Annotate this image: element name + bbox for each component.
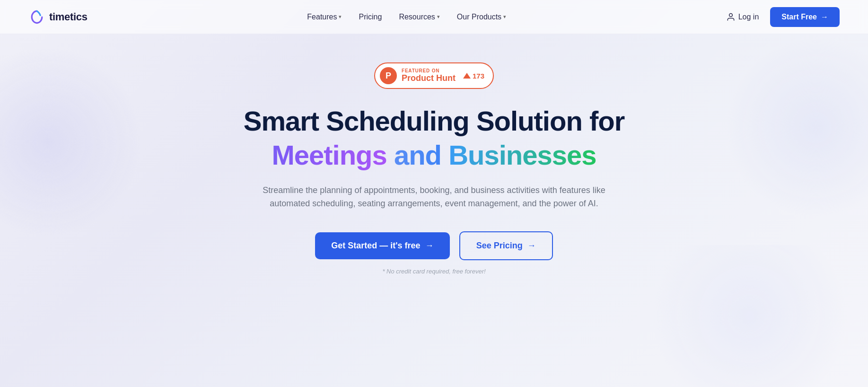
upvote-icon: [463, 73, 471, 79]
product-hunt-badge[interactable]: P FEATURED ON Product Hunt 173: [374, 62, 494, 89]
see-pricing-button[interactable]: See Pricing →: [459, 231, 553, 260]
nav-item-products[interactable]: Our Products ▾: [457, 13, 506, 21]
hero-and: and: [394, 140, 448, 170]
hero-title-line2: Meetings and Businesses: [272, 140, 596, 170]
logo-text: timetics: [49, 11, 88, 23]
chevron-down-icon: ▾: [437, 14, 440, 20]
start-free-button[interactable]: Start Free →: [770, 7, 840, 27]
chevron-down-icon: ▾: [503, 14, 506, 20]
arrow-right-icon: →: [821, 13, 828, 21]
product-hunt-logo: P: [380, 67, 397, 84]
hero-subtitle: Streamline the planning of appointments,…: [254, 184, 614, 211]
product-hunt-count: 173: [463, 72, 484, 80]
nav-item-resources[interactable]: Resources ▾: [399, 13, 439, 21]
login-link[interactable]: Log in: [726, 12, 759, 22]
hero-meetings: Meetings: [272, 140, 386, 170]
nav-link-products[interactable]: Our Products ▾: [457, 13, 506, 21]
nav-item-features[interactable]: Features ▾: [307, 13, 342, 21]
arrow-right-icon: →: [527, 241, 536, 251]
navbar: timetics Features ▾ Pricing Resources ▾ …: [0, 0, 868, 34]
no-credit-note: * No credit card required, free forever!: [382, 268, 485, 275]
logo-icon: [28, 9, 45, 26]
nav-links: Features ▾ Pricing Resources ▾ Our Produ…: [307, 13, 506, 21]
nav-right: Log in Start Free →: [726, 7, 840, 27]
svg-point-0: [729, 13, 732, 17]
hero-title-line1: Smart Scheduling Solution for: [244, 106, 625, 136]
user-icon: [726, 12, 736, 22]
nav-link-pricing[interactable]: Pricing: [359, 13, 382, 21]
nav-link-features[interactable]: Features ▾: [307, 13, 342, 21]
hero-section: P FEATURED ON Product Hunt 173 Smart Sch…: [0, 34, 868, 275]
hero-cta: Get Started — it's free → See Pricing →: [315, 231, 552, 260]
logo-link[interactable]: timetics: [28, 9, 88, 26]
arrow-right-icon: →: [425, 241, 434, 251]
hero-businesses: Businesses: [448, 140, 596, 170]
chevron-down-icon: ▾: [339, 14, 342, 20]
get-started-button[interactable]: Get Started — it's free →: [315, 232, 449, 259]
nav-item-pricing[interactable]: Pricing: [359, 13, 382, 21]
nav-link-resources[interactable]: Resources ▾: [399, 13, 439, 21]
product-hunt-text: FEATURED ON Product Hunt: [402, 68, 456, 83]
